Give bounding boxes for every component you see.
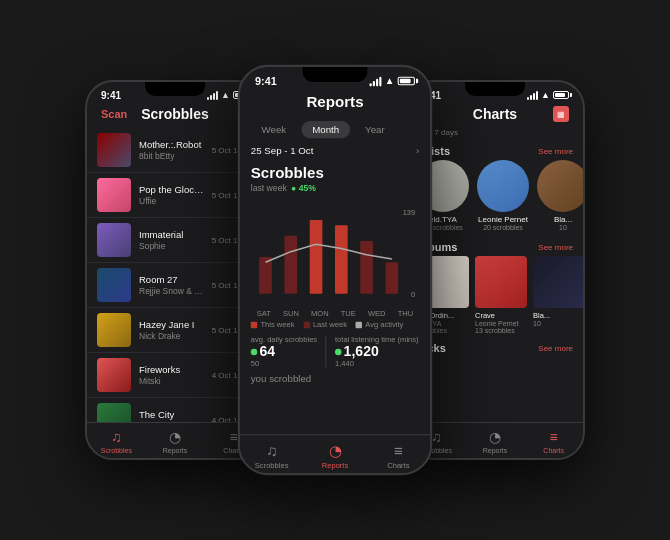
chart-legend: This week Last week Avg activity — [240, 318, 430, 332]
track-item[interactable]: Hazey Jane I Nick Drake 5 Oct 11:17 — [87, 308, 263, 353]
day-tue: TUE — [341, 310, 356, 318]
battery-right — [553, 91, 569, 99]
track-name-2: Pop the Glock (Original... — [139, 184, 204, 195]
tab-scrobbles-center[interactable]: ♫ Scrobbles — [240, 442, 303, 469]
track-item[interactable]: Room 27 Rejjie Snow & Dana Williams 5 Oc… — [87, 263, 263, 308]
period-month[interactable]: Month — [301, 121, 350, 138]
track-info-7: The City Jockstrap — [139, 409, 204, 422]
artist-3[interactable]: Bla... 10 — [537, 160, 583, 231]
you-scrobbled: you scrobbled — [240, 372, 430, 385]
stat-avg-sub: 50 — [251, 360, 317, 368]
stat-avg: avg. daily scrobbles 64 50 — [251, 336, 317, 367]
tab-reports-right[interactable]: ◔ Reports — [466, 429, 525, 454]
chart-subtitle: last week ● 45% — [240, 184, 430, 198]
svg-rect-6 — [360, 241, 373, 294]
svg-text:0: 0 — [411, 290, 415, 299]
track-item[interactable]: The City Jockstrap 4 Oct 18:56 — [87, 398, 263, 422]
status-icons-right: ▲ — [527, 90, 569, 100]
artists-section-header: artists See more — [407, 141, 583, 160]
signal-right — [527, 91, 538, 100]
charts-tab-icon: ≡ — [230, 429, 238, 445]
scrobbles-tab-icon: ♫ — [111, 429, 122, 445]
signal-left — [207, 91, 218, 100]
artist-2[interactable]: Leonie Pernet 20 scrobbles — [477, 160, 529, 231]
header-right: Charts ▦ — [407, 104, 583, 128]
album-name-2: Crave — [475, 311, 527, 320]
svg-rect-3 — [284, 236, 297, 294]
track-artist-3: Sophie — [139, 241, 204, 251]
artist-scrobbles-2: 20 scrobbles — [483, 224, 523, 231]
period-year[interactable]: Year — [354, 121, 395, 138]
track-item[interactable]: Immaterial Sophie 5 Oct 11:24 — [87, 218, 263, 263]
notch-left — [145, 82, 205, 96]
artists-row: eld.TYA 20 scrobbles Leonie Pernet 20 sc… — [407, 160, 583, 237]
scan-button[interactable]: Scan — [101, 108, 131, 120]
tab-charts-right[interactable]: ≡ Charts — [524, 429, 583, 454]
album-artist-2: Leonie Pernet — [475, 320, 527, 327]
reports-icon-c: ◔ — [329, 442, 342, 459]
legend-this-week: This week — [251, 321, 295, 329]
chart-subtitle-text: last week — [251, 184, 287, 194]
this-week-label: This week — [260, 321, 294, 329]
track-art-4 — [97, 268, 131, 302]
track-art-2 — [97, 178, 131, 212]
bar2 — [373, 80, 375, 85]
track-art-3 — [97, 223, 131, 257]
artist-scrobbles-3: 10 — [559, 224, 567, 231]
charts-subtitle: Last 7 days — [407, 128, 583, 141]
tab-charts-center[interactable]: ≡ Charts — [367, 442, 430, 469]
track-info-2: Pop the Glock (Original... Uffie — [139, 184, 204, 206]
track-item[interactable]: Pop the Glock (Original... Uffie 5 Oct 1… — [87, 173, 263, 218]
bar-chart: 139 0 — [251, 198, 419, 306]
date-range[interactable]: 25 Sep - 1 Oct › — [240, 143, 430, 160]
day-sun: SUN — [283, 310, 299, 318]
track-info-3: Immaterial Sophie — [139, 229, 204, 251]
track-item[interactable]: Mother.:.Robot 8bit bEtty 5 Oct 12:30 — [87, 128, 263, 173]
charts-label-r: Charts — [543, 447, 564, 454]
albums-see-more[interactable]: See more — [538, 243, 573, 252]
bar1 — [207, 97, 209, 100]
chart-title: Scrobbles — [240, 160, 430, 184]
charts-icon-r: ≡ — [550, 429, 558, 445]
track-art-5 — [97, 313, 131, 347]
date-range-arrow: › — [416, 146, 419, 157]
track-art-6 — [97, 358, 131, 392]
album-2[interactable]: Crave Leonie Pernet 13 scrobbles — [475, 256, 527, 334]
svg-rect-2 — [259, 257, 272, 294]
artist-avatar-3 — [537, 160, 583, 212]
artist-name-1: eld.TYA — [429, 215, 457, 224]
album-scrobbles-3: 10 — [533, 320, 583, 327]
tab-reports-center[interactable]: ◔ Reports — [303, 442, 366, 469]
track-artist-6: Mitski — [139, 376, 204, 386]
scrobbles-icon-r: ♫ — [431, 429, 442, 445]
period-week[interactable]: Week — [251, 121, 297, 138]
tab-reports-left[interactable]: ◔ Reports — [146, 429, 205, 454]
track-artist-1: 8bit bEtty — [139, 151, 204, 161]
track-info-5: Hazey Jane I Nick Drake — [139, 319, 204, 341]
album-3[interactable]: Bla... 10 — [533, 256, 583, 334]
track-name-7: The City — [139, 409, 204, 420]
calendar-icon[interactable]: ▦ — [553, 106, 569, 122]
avg-dot — [356, 321, 362, 327]
stat-avg-value: 64 — [251, 343, 317, 359]
reports-icon-r: ◔ — [489, 429, 501, 445]
album-name-3: Bla... — [533, 311, 583, 320]
header-left: Scan Scrobbles ♫ — [87, 104, 263, 128]
track-list: Mother.:.Robot 8bit bEtty 5 Oct 12:30 Po… — [87, 128, 263, 422]
track-item[interactable]: Fireworks Mitski 4 Oct 18:59 — [87, 353, 263, 398]
svg-rect-7 — [386, 262, 399, 294]
stat-avg-dot — [251, 348, 257, 354]
bar4 — [216, 91, 218, 100]
artists-see-more[interactable]: See more — [538, 147, 573, 156]
tab-scrobbles-left[interactable]: ♫ Scrobbles — [87, 429, 146, 454]
bar2 — [210, 95, 212, 100]
reports-content: Week Month Year 25 Sep - 1 Oct › Scrobbl… — [240, 117, 430, 385]
album-scrobbles-2: 13 scrobbles — [475, 327, 527, 334]
artist-name-3: Bla... — [554, 215, 572, 224]
tracks-see-more[interactable]: See more — [538, 344, 573, 353]
bar4 — [536, 91, 538, 100]
scrobbles-icon-c: ♫ — [266, 442, 277, 459]
day-wed: WED — [368, 310, 386, 318]
track-art-1 — [97, 133, 131, 167]
phone-center: 9:41 ▲ Reports Week Month — [238, 65, 432, 475]
